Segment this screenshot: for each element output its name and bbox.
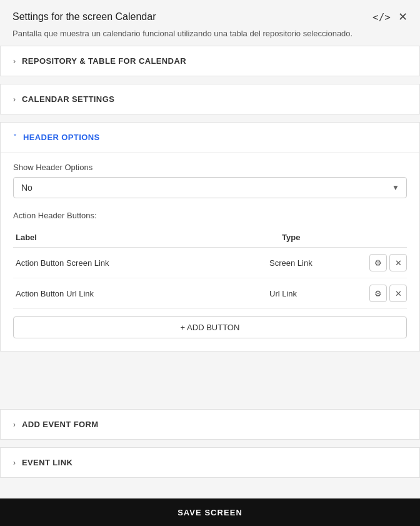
section-calendar-settings: › CALENDAR SETTINGS [0, 84, 420, 114]
row-1-label: Action Button Screen Link [13, 258, 269, 268]
table-header: Label Type [13, 228, 407, 248]
section-event-link-header[interactable]: › EVENT LINK [1, 448, 419, 477]
row-2-label: Action Button Url Link [13, 289, 269, 298]
section-add-event-form: › ADD EVENT FORM [0, 409, 420, 440]
row-1-type: Screen Link [269, 258, 369, 268]
row-1-actions: ⚙ ✕ [369, 254, 407, 271]
show-header-label: Show Header Options [13, 163, 407, 172]
chevron-down-icon: ˅ [13, 133, 17, 142]
modal-header: Settings for the screen Calendar </> ✕ [0, 0, 420, 29]
row-2-settings-button[interactable]: ⚙ [369, 285, 387, 302]
row-1-settings-button[interactable]: ⚙ [369, 254, 387, 271]
close-icon[interactable]: ✕ [398, 10, 408, 24]
section-repo-table-header[interactable]: › REPOSITORY & TABLE FOR CALENDAR [1, 46, 419, 76]
action-buttons-label: Action Header Buttons: [13, 211, 407, 220]
col-type-header: Type [282, 233, 407, 242]
section-header-options: ˅ HEADER OPTIONS Show Header Options No … [0, 122, 420, 352]
save-bar: SAVE SCREEN [0, 498, 420, 526]
chevron-right-icon: › [13, 57, 16, 66]
row-1-delete-button[interactable]: ✕ [389, 254, 407, 271]
row-2-type: Url Link [269, 289, 369, 298]
modal-title: Settings for the screen Calendar [12, 11, 156, 23]
section-header-options-header[interactable]: ˅ HEADER OPTIONS [1, 123, 419, 152]
table-row: Action Button Screen Link Screen Link ⚙ … [13, 248, 407, 278]
table-row: Action Button Url Link Url Link ⚙ ✕ [13, 278, 407, 309]
section-header-options-title: HEADER OPTIONS [23, 133, 99, 142]
section-event-link-title: EVENT LINK [22, 458, 72, 467]
section-calendar-settings-header[interactable]: › CALENDAR SETTINGS [1, 84, 419, 114]
col-label-header: Label [13, 233, 282, 242]
section-repo-table: › REPOSITORY & TABLE FOR CALENDAR [0, 46, 420, 76]
header-icons: </> ✕ [372, 10, 408, 24]
add-button[interactable]: + ADD BUTTON [13, 316, 407, 338]
section-event-link: › EVENT LINK [0, 447, 420, 478]
show-header-select[interactable]: No Yes [13, 177, 407, 198]
section-add-event-form-header[interactable]: › ADD EVENT FORM [1, 410, 419, 439]
modal-subtitle: Pantalla que muestra un calendario funci… [0, 29, 420, 46]
section-add-event-form-title: ADD EVENT FORM [22, 420, 98, 429]
section-calendar-settings-title: CALENDAR SETTINGS [22, 94, 114, 104]
row-2-delete-button[interactable]: ✕ [389, 285, 407, 302]
chevron-right-icon-3: › [13, 420, 16, 429]
code-icon[interactable]: </> [372, 11, 391, 23]
show-header-select-wrapper: No Yes ▼ [13, 177, 407, 198]
section-repo-table-title: REPOSITORY & TABLE FOR CALENDAR [22, 56, 186, 66]
save-screen-button[interactable]: SAVE SCREEN [12, 508, 408, 517]
chevron-right-icon-2: › [13, 95, 16, 104]
row-2-actions: ⚙ ✕ [369, 285, 407, 302]
chevron-right-icon-4: › [13, 458, 16, 467]
header-options-content: Show Header Options No Yes ▼ Action Head… [1, 152, 419, 351]
